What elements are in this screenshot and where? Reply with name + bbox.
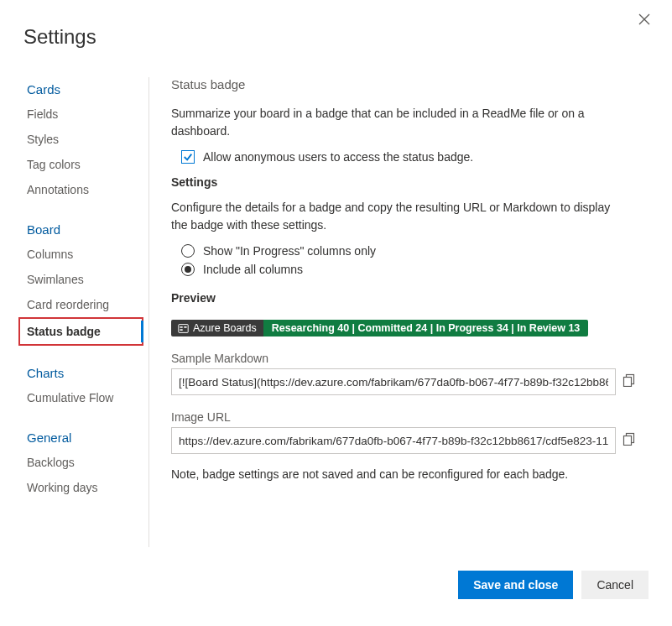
sidebar-group-cards[interactable]: Cards	[23, 77, 147, 102]
panel-title: Status badge	[171, 77, 647, 91]
allow-anonymous-checkbox[interactable]: Allow anonymous users to access the stat…	[181, 150, 647, 164]
sidebar-item-columns[interactable]: Columns	[23, 242, 147, 267]
close-button[interactable]	[638, 13, 655, 30]
copy-image-url-button[interactable]	[623, 432, 639, 449]
azure-boards-icon	[178, 323, 189, 334]
sidebar-item-swimlanes[interactable]: Swimlanes	[23, 267, 147, 292]
svg-rect-4	[180, 329, 182, 331]
sample-markdown-input[interactable]	[171, 368, 616, 395]
settings-main-panel: Status badge Summarize your board in a b…	[149, 77, 649, 547]
checkbox-icon	[181, 150, 195, 164]
settings-sidebar: Cards Fields Styles Tag colors Annotatio…	[23, 77, 149, 547]
sample-markdown-label: Sample Markdown	[171, 352, 647, 365]
svg-rect-2	[179, 324, 188, 332]
sidebar-item-working-days[interactable]: Working days	[23, 475, 147, 500]
columns-radio-group: Show "In Progress" columns only Include …	[181, 244, 647, 276]
copy-icon	[623, 432, 636, 446]
settings-subheading: Settings	[171, 175, 647, 189]
panel-description: Summarize your board in a badge that can…	[171, 105, 624, 140]
copy-markdown-button[interactable]	[623, 373, 639, 390]
sidebar-item-styles[interactable]: Styles	[23, 127, 147, 152]
badge-brand: Azure Boards	[171, 320, 263, 336]
settings-description: Configure the details for a badge and co…	[171, 199, 624, 234]
radio-icon	[181, 263, 195, 276]
image-url-input[interactable]	[171, 427, 616, 454]
svg-rect-9	[624, 436, 632, 446]
badge-note: Note, badge settings are not saved and c…	[171, 467, 647, 481]
radio-in-progress-only[interactable]: Show "In Progress" columns only	[181, 244, 647, 258]
radio-include-all[interactable]: Include all columns	[181, 263, 647, 276]
image-url-label: Image URL	[171, 410, 647, 424]
radio-label: Include all columns	[203, 263, 303, 276]
settings-dialog: Settings Cards Fields Styles Tag colors …	[0, 0, 672, 626]
cancel-button[interactable]: Cancel	[581, 571, 649, 599]
sidebar-group-board[interactable]: Board	[23, 217, 147, 242]
radio-icon	[181, 244, 195, 258]
sidebar-item-annotations[interactable]: Annotations	[23, 177, 147, 202]
preview-subheading: Preview	[171, 291, 647, 305]
sidebar-item-cumulative-flow[interactable]: Cumulative Flow	[23, 385, 147, 410]
allow-anonymous-label: Allow anonymous users to access the stat…	[203, 150, 473, 164]
sidebar-item-backlogs[interactable]: Backlogs	[23, 450, 147, 475]
sidebar-item-card-reordering[interactable]: Card reordering	[23, 292, 147, 317]
sidebar-item-status-badge[interactable]: Status badge	[18, 317, 143, 346]
badge-status-text: Researching 40 | Committed 24 | In Progr…	[263, 320, 589, 336]
svg-rect-3	[180, 326, 182, 328]
close-icon	[638, 13, 650, 25]
radio-label: Show "In Progress" columns only	[203, 244, 376, 258]
sidebar-item-tag-colors[interactable]: Tag colors	[23, 152, 147, 177]
sidebar-item-fields[interactable]: Fields	[23, 102, 147, 127]
dialog-footer: Save and close Cancel	[458, 571, 649, 599]
status-badge-preview: Azure Boards Researching 40 | Committed …	[171, 320, 588, 336]
svg-rect-7	[624, 378, 632, 387]
copy-icon	[623, 373, 636, 387]
save-and-close-button[interactable]: Save and close	[458, 571, 573, 599]
svg-rect-5	[184, 326, 186, 328]
sidebar-group-charts[interactable]: Charts	[23, 361, 147, 385]
dialog-title: Settings	[23, 25, 649, 49]
sidebar-group-general[interactable]: General	[23, 425, 147, 450]
